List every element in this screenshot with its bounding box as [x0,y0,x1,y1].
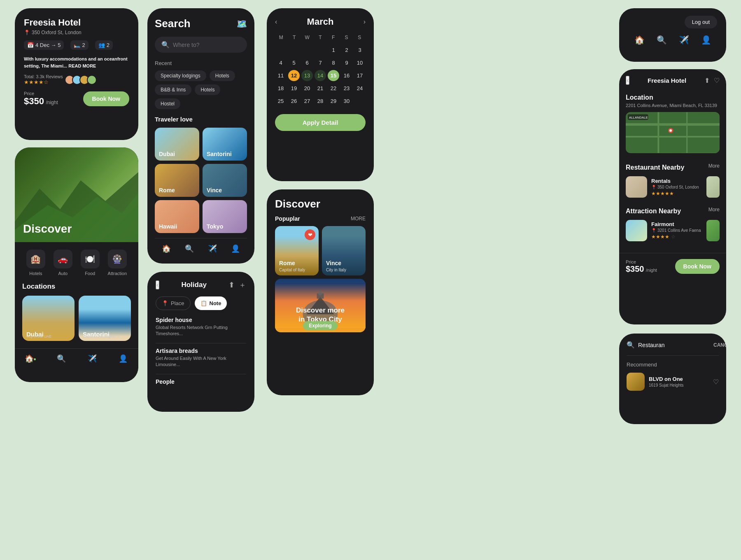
cal-day-26[interactable]: 26 [288,96,300,107]
hotel-detail-body: Location 2201 Collins Avenue, Miami Beac… [619,89,726,253]
favorite-icon[interactable]: ♡ [714,77,720,84]
note-spider-house[interactable]: Spider house Global Resorts Network Grn … [156,317,246,337]
tag-hotels2[interactable]: Hotels [195,84,220,95]
hotel-map[interactable]: ALLANDALE [626,112,720,153]
attraction-icon: 🎡 [108,250,127,268]
cal-day-10[interactable]: 10 [354,57,366,68]
food-category[interactable]: 🍽️ Food [81,250,100,276]
tag-bnb[interactable]: B&B & Inns [155,84,191,95]
discover2-card: Discover Popuplar MORE ❤ Rome Capital of… [267,189,374,395]
note-artisara[interactable]: Artisara breads Get Around Easily With A… [156,348,246,368]
book-now-button[interactable]: Book Now [83,91,129,106]
cal-day-24[interactable]: 24 [354,83,366,94]
hotel-detail-book-button[interactable]: Book Now [675,259,720,274]
apply-detail-button[interactable]: Apply Detail [275,114,366,131]
search-input-box[interactable]: 🔍 [155,37,247,53]
fairmont-place-card[interactable]: Fairmont 📍 3201 Collins Ave Faena ★★★★ ☆ [626,220,720,241]
cal-day-29[interactable]: 29 [328,96,339,107]
tag-specialty[interactable]: Specialty lodgings [155,70,206,81]
cal-day-2[interactable]: 2 [341,44,352,56]
rome-card[interactable]: ❤ Rome Capital of Italy [275,226,319,275]
restaurant-favorite-icon[interactable]: ♡ [713,378,719,386]
note-people[interactable]: People [156,378,246,385]
cal-day-20[interactable]: 20 [301,83,313,94]
next-month-button[interactable]: › [364,18,366,26]
dubai-location[interactable]: Dubai City in the UAE [22,296,75,341]
attraction-nearby-header: Attraction Nearby More [626,203,720,217]
home-top-icon[interactable]: 🏠 [634,35,645,45]
cal-day-13[interactable]: 13 [301,70,313,81]
profile-top-icon[interactable]: 👤 [701,35,711,45]
cal-day-15[interactable]: 15 [328,70,339,81]
cal-day-3[interactable]: 3 [354,44,366,56]
dest-hawaii[interactable]: Hawaii [155,200,199,233]
cal-day-11[interactable]: 11 [275,70,287,81]
search-top-icon[interactable]: 🔍 [657,35,667,45]
cal-day-16[interactable]: 16 [341,70,352,81]
auto-icon: 🚗 [54,250,72,268]
read-more-link[interactable]: READ MORE [68,63,96,68]
home-nav-icon[interactable]: 🏠 [25,353,36,364]
trips-top-icon[interactable]: ✈️ [679,35,689,45]
search-input[interactable] [173,42,240,48]
cal-day-19[interactable]: 19 [288,83,300,94]
dest-tokyo[interactable]: Tokyo [203,200,247,233]
dest-dubai[interactable]: Dubai [155,128,199,161]
profile-nav-icon[interactable]: 👤 [117,353,129,364]
share-icon[interactable]: ⬆ [228,280,235,290]
hotel-detail-price-row: Price $350 /night Book Now [619,253,726,280]
cal-day-5[interactable]: 5 [288,57,300,68]
hotel-detail-card: ‹ Freesia Hotel ⬆ ♡ Location 2201 Collin… [619,69,726,324]
cal-day-23[interactable]: 23 [341,83,352,94]
cal-day-4[interactable]: 4 [275,57,287,68]
trips-nav-icon[interactable]: ✈️ [86,353,98,364]
cal-day-21[interactable]: 21 [315,83,326,94]
hotel-detail-back-button[interactable]: ‹ [626,76,629,85]
tag-hostel[interactable]: Hostel [155,98,180,109]
cal-day-17[interactable]: 17 [354,70,366,81]
favorite-button-rome[interactable]: ❤ [305,229,315,240]
add-icon[interactable]: ＋ [239,280,246,290]
rentals-place-card[interactable]: Rentals 📍 350 Oxford St, London ★★★★★ [626,176,720,198]
dest-rome[interactable]: Rome [155,164,199,197]
search-bottom-icon[interactable]: 🔍 [185,244,194,253]
blvd-restaurant-item[interactable]: BLVD on One 1619 Sujat Heights ♡ [627,373,719,391]
restaurant-search-input[interactable] [638,342,710,348]
tokyo-card[interactable]: Discover morein Tokyo City Exploring [275,279,366,332]
cal-day-12[interactable]: 12 [288,70,300,81]
note-tab[interactable]: 📋 Note [195,296,227,310]
cancel-button[interactable]: CANCEL [713,342,726,348]
vince-card[interactable]: Vince City in Italy [322,226,366,275]
cal-day-27[interactable]: 27 [301,96,313,107]
search-nav-icon[interactable]: 🔍 [56,353,67,364]
hotel-detail-header: ‹ Freesia Hotel ⬆ ♡ [619,69,726,89]
back-button[interactable]: ‹ [156,280,159,289]
trips-icon[interactable]: ✈️ [208,244,217,253]
dest-vince[interactable]: Vince [203,164,247,197]
cal-day-25[interactable]: 25 [275,96,287,107]
tag-hotels[interactable]: Hotels [210,70,235,81]
home-icon[interactable]: 🏠 [162,244,171,253]
cal-day-1[interactable]: 1 [328,44,339,56]
map-icon[interactable]: 🗺️ [237,19,247,29]
santorini-location[interactable]: Santorini Island in the Aegean S [79,296,131,341]
share-icon[interactable]: ⬆ [704,77,710,84]
cal-day-8[interactable]: 8 [328,57,339,68]
cal-day-28[interactable]: 28 [315,96,326,107]
logout-button[interactable]: Log out [685,16,717,28]
hotels-category[interactable]: 🏨 Hotels [26,250,45,276]
attraction-category[interactable]: 🎡 Attraction [108,250,127,276]
cal-day-9[interactable]: 9 [341,57,352,68]
cal-day-30[interactable]: 30 [341,96,352,107]
cal-day-18[interactable]: 18 [275,83,287,94]
auto-category[interactable]: 🚗 Auto [54,250,72,276]
exploring-button[interactable]: Exploring [303,321,337,330]
cal-day-22[interactable]: 22 [328,83,339,94]
place-tab[interactable]: 📍 Place [156,296,191,310]
dest-santorini[interactable]: Santorini [203,128,247,161]
cal-day-6[interactable]: 6 [301,57,313,68]
cal-day-7[interactable]: 7 [315,57,326,68]
profile-icon[interactable]: 👤 [231,244,240,253]
discover-card: Discover 🏨 Hotels 🚗 Auto 🍽️ Food 🎡 Attra… [15,147,138,382]
cal-day-14[interactable]: 14 [315,70,326,81]
